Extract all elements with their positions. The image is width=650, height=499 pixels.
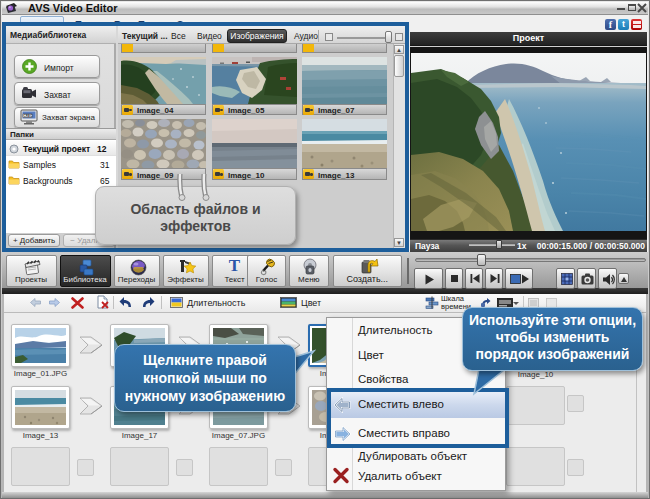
svg-text:CREC: CREC (24, 114, 33, 118)
